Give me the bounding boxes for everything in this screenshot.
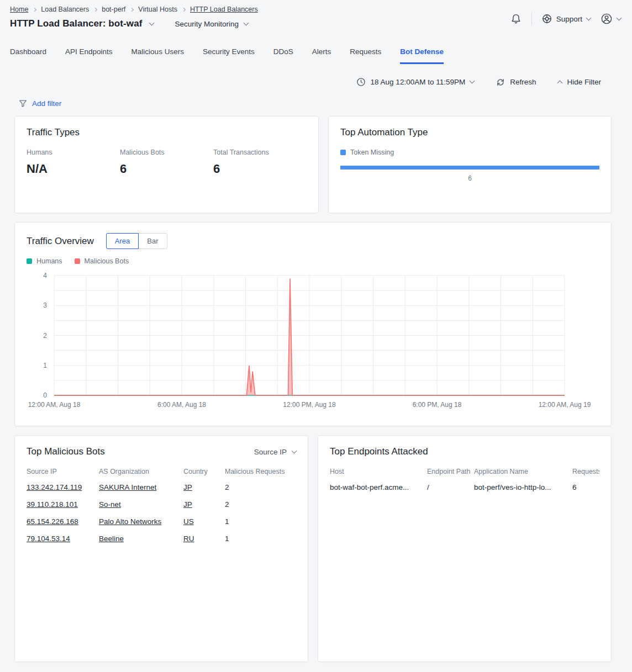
add-filter-row: Add filter [0, 99, 632, 108]
hide-filter-button[interactable]: Hide Filter [558, 78, 601, 86]
table-cell: 133.242.174.119 [27, 479, 99, 496]
notifications-button[interactable] [510, 13, 522, 25]
refresh-label: Refresh [510, 78, 536, 86]
chevron-down-icon [244, 20, 249, 25]
header-left: HomeLoad Balancersbot-perfVirtual HostsH… [10, 4, 258, 29]
security-monitoring-selector[interactable]: Security Monitoring [175, 20, 248, 28]
legend-label: Malicious Bots [85, 257, 129, 265]
funnel-icon [19, 99, 27, 108]
traffic-overview-card: Traffic Overview Area Bar Humans Malicio… [14, 222, 612, 426]
tab-requests[interactable]: Requests [350, 47, 381, 64]
page-title: HTTP Load Balancer: bot-waf [10, 18, 142, 29]
account-menu[interactable] [601, 13, 621, 25]
breadcrumb-item[interactable]: Load Balancers [41, 6, 89, 13]
stat-malicious-bots: Malicious Bots 6 [120, 149, 213, 176]
date-range-picker[interactable]: 18 Aug 12:00AM to 11:59PM [356, 77, 475, 87]
table-cell: 1 [225, 530, 296, 547]
group-by-selector[interactable]: Source IP [254, 448, 296, 456]
table-link[interactable]: Palo Alto Networks [99, 517, 161, 526]
tab-alerts[interactable]: Alerts [312, 47, 331, 64]
table-link[interactable]: RU [183, 535, 194, 543]
automation-bar-value: 6 [340, 174, 599, 182]
table-row: bot-waf-bot-perf.acme.../bot-perf/ves-io… [330, 479, 599, 496]
automation-bar-track [340, 166, 599, 170]
column-header: Endpoint Path [427, 464, 474, 479]
svg-text:12:00 PM, Aug 18: 12:00 PM, Aug 18 [283, 401, 336, 409]
table-link[interactable]: 65.154.226.168 [27, 517, 78, 526]
refresh-button[interactable]: Refresh [496, 78, 536, 87]
support-icon [542, 14, 552, 24]
automation-bar [340, 166, 599, 170]
table-link[interactable]: So-net [99, 500, 121, 509]
support-menu[interactable]: Support [542, 14, 591, 24]
breadcrumb-item[interactable]: HTTP Load Balancers [190, 6, 258, 13]
add-filter-button[interactable]: Add filter [19, 99, 61, 108]
tab-malicious-users[interactable]: Malicious Users [131, 47, 184, 64]
column-header: Host [330, 464, 427, 479]
top-endpoints-card: Top Endpoints Attacked HostEndpoint Path… [318, 435, 612, 662]
breadcrumb-item[interactable]: Virtual Hosts [138, 6, 177, 13]
tab-dashboard[interactable]: Dashboard [10, 47, 46, 64]
card-title: Traffic Overview [27, 236, 94, 247]
bots-tbody: 133.242.174.119SAKURA InternetJP239.110.… [27, 479, 296, 547]
chevron-down-icon [617, 15, 622, 20]
table-cell: 2 [225, 496, 296, 513]
svg-text:3: 3 [43, 301, 47, 309]
stat-value: 6 [120, 162, 213, 176]
table-link[interactable]: SAKURA Internet [99, 483, 156, 491]
tab-bot-defense[interactable]: Bot Defense [400, 47, 444, 64]
stat-humans: Humans N/A [27, 149, 120, 176]
column-header: Country [183, 464, 225, 479]
toggle-area-button[interactable]: Area [106, 233, 139, 249]
table-link[interactable]: 39.110.218.101 [27, 500, 78, 509]
overview-header: Traffic Overview Area Bar [27, 233, 599, 249]
card-title: Top Automation Type [340, 127, 599, 138]
table-link[interactable]: Beeline [99, 535, 124, 543]
card-title: Top Endpoints Attacked [330, 446, 428, 457]
svg-text:6:00 PM, Aug 18: 6:00 PM, Aug 18 [413, 401, 462, 409]
bell-icon [510, 13, 522, 25]
tab-ddos[interactable]: DDoS [273, 47, 293, 64]
tab-bar: DashboardAPI EndpointsMalicious UsersSec… [0, 47, 632, 64]
legend-label: Humans [36, 257, 62, 265]
table-link[interactable]: US [183, 517, 194, 526]
table-cell: 65.154.226.168 [27, 513, 99, 530]
table-cell: 6 [572, 479, 599, 496]
breadcrumb-item[interactable]: Home [10, 6, 28, 13]
column-header: Source IP [27, 464, 99, 479]
load-balancer-selector[interactable] [150, 23, 154, 25]
breadcrumb-item[interactable]: bot-perf [102, 6, 125, 13]
column-header: AS Organization [99, 464, 183, 479]
overview-legend: Humans Malicious Bots [27, 257, 599, 265]
table-link[interactable]: 133.242.174.119 [27, 483, 82, 491]
main-content: Traffic Types Humans N/A Malicious Bots … [0, 116, 632, 671]
table-cell: US [183, 513, 225, 530]
stat-label: Total Transactions [213, 149, 307, 156]
filter-bar: 18 Aug 12:00AM to 11:59PM Refresh Hide F… [0, 77, 632, 87]
svg-text:6:00 AM, Aug 18: 6:00 AM, Aug 18 [157, 401, 206, 409]
legend-swatch [75, 258, 80, 264]
table-cell: 2 [225, 479, 296, 496]
account-icon [601, 13, 613, 25]
table-link[interactable]: JP [183, 483, 192, 491]
tab-security-events[interactable]: Security Events [203, 47, 255, 64]
table-link[interactable]: 79.104.53.14 [27, 535, 70, 543]
table-cell: Palo Alto Networks [99, 513, 183, 530]
toggle-bar-button[interactable]: Bar [139, 233, 167, 249]
chart-area: 0123412:00 AM, Aug 186:00 AM, Aug 1812:0… [27, 271, 599, 415]
tab-api-endpoints[interactable]: API Endpoints [65, 47, 113, 64]
chevron-down-icon [470, 78, 475, 84]
card-title: Traffic Types [27, 127, 307, 138]
chevron-down-icon [586, 15, 592, 20]
add-filter-label: Add filter [32, 99, 61, 108]
chart-type-toggle: Area Bar [106, 233, 167, 249]
legend-swatch [27, 258, 32, 264]
breadcrumb-separator-icon [130, 7, 134, 11]
stat-total-transactions: Total Transactions 6 [213, 149, 307, 176]
breadcrumb-separator-icon [93, 7, 97, 11]
table-cell: 39.110.218.101 [27, 496, 99, 513]
svg-text:4: 4 [43, 272, 47, 279]
table-row: 79.104.53.14BeelineRU1 [27, 530, 296, 547]
table-link[interactable]: JP [183, 500, 192, 509]
header-right: Support [510, 12, 621, 25]
